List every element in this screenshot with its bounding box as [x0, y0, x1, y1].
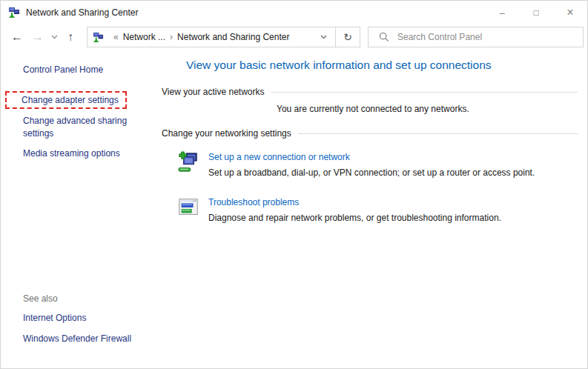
troubleshoot-link[interactable]: Troubleshoot problems	[208, 197, 501, 207]
breadcrumb-separator[interactable]: ›	[170, 32, 173, 42]
network-icon	[8, 7, 20, 19]
list-item-text: Troubleshoot problems Diagnose and repai…	[208, 196, 501, 223]
recent-locations-dropdown[interactable]	[48, 27, 60, 47]
networking-settings-label: Change your networking settings	[162, 128, 291, 139]
network-icon	[93, 32, 104, 43]
breadcrumb-root[interactable]: Network ...	[123, 32, 165, 42]
search-box	[368, 27, 584, 47]
sidebar-item-internet-options[interactable]: Internet Options	[23, 312, 154, 325]
setup-connection-link[interactable]: Set up a new connection or network	[208, 152, 535, 162]
list-item-setup-connection: Set up a new connection or network Set u…	[177, 151, 578, 178]
list-item-text: Set up a new connection or network Set u…	[208, 151, 535, 178]
breadcrumb-current[interactable]: Network and Sharing Center	[177, 32, 289, 42]
section-rule	[298, 133, 578, 134]
maximize-button[interactable]: □	[519, 1, 553, 24]
navigation-toolbar: ← → ↑ « Network ... › Network	[1, 24, 587, 50]
sidebar-item-control-panel-home[interactable]: Control Panel Home	[23, 64, 154, 75]
minimize-button[interactable]: –	[485, 1, 519, 24]
new-connection-icon	[177, 151, 199, 173]
page-title: View your basic network information and …	[186, 59, 578, 72]
forward-button[interactable]: →	[27, 27, 48, 47]
highlight-box-change-adapter-settings: Change adapter settings	[5, 91, 127, 109]
title-bar: Network and Sharing Center – □ ×	[1, 1, 587, 24]
network-status-text: You are currently not connected to any n…	[277, 104, 578, 114]
sidebar-item-change-adapter-settings[interactable]: Change adapter settings	[22, 95, 122, 105]
window-title: Network and Sharing Center	[26, 7, 138, 18]
sidebar-item-windows-defender-firewall[interactable]: Windows Defender Firewall	[23, 333, 154, 345]
active-networks-label: View your active networks	[162, 87, 265, 97]
window-controls: – □ ×	[485, 1, 587, 24]
breadcrumb: « Network ... › Network and Sharing Cent…	[87, 27, 335, 47]
sidebar: Control Panel Home Change adapter settin…	[1, 50, 162, 368]
see-also-header: See also	[23, 293, 154, 304]
active-networks-section-header: View your active networks	[162, 87, 578, 97]
back-button[interactable]: ←	[7, 27, 27, 47]
troubleshoot-icon	[177, 196, 199, 219]
sidebar-item-change-advanced-sharing-settings[interactable]: Change advanced sharing settings	[23, 115, 134, 140]
chevron-down-icon	[320, 35, 327, 39]
search-input[interactable]	[397, 32, 583, 42]
setup-connection-description: Set up a broadband, dial-up, or VPN conn…	[208, 167, 535, 178]
refresh-button[interactable]: ↻	[335, 27, 360, 47]
address-dropdown-button[interactable]	[312, 27, 335, 47]
up-button[interactable]: ↑	[60, 27, 81, 47]
breadcrumb-overflow-chevron[interactable]: «	[113, 32, 119, 42]
list-item-troubleshoot: Troubleshoot problems Diagnose and repai…	[177, 196, 578, 223]
close-button[interactable]: ×	[553, 1, 587, 24]
troubleshoot-description: Diagnose and repair network problems, or…	[208, 213, 501, 223]
section-rule	[271, 92, 578, 93]
network-and-sharing-center-window: Network and Sharing Center – □ × ← → ↑	[0, 0, 588, 369]
networking-settings-section-header: Change your networking settings	[162, 128, 578, 139]
sidebar-item-media-streaming-options[interactable]: Media streaming options	[23, 147, 154, 160]
see-also-section: See also Internet Options Windows Defend…	[23, 293, 154, 353]
networking-settings-items: Set up a new connection or network Set u…	[162, 151, 578, 223]
address-bar: « Network ... › Network and Sharing Cent…	[87, 27, 360, 47]
main-content: View your basic network information and …	[162, 50, 587, 368]
chevron-down-icon	[51, 35, 58, 39]
search-icon	[379, 32, 389, 42]
